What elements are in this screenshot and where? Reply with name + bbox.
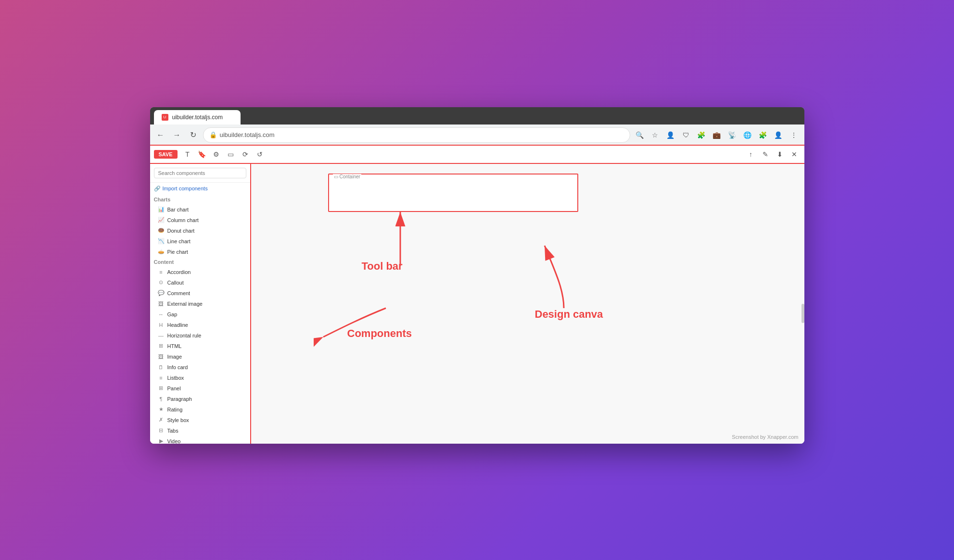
sidebar-item-panel[interactable]: ⊞ Panel: [150, 383, 250, 394]
close-icon[interactable]: ✕: [788, 148, 801, 161]
toolbar-annotation: Tool bar: [362, 260, 403, 273]
extension-icon[interactable]: 🧩: [695, 128, 708, 142]
container-label: ▭ Container: [333, 174, 361, 179]
app-main: 🔗 Import components Charts 📊 Bar chart 📈…: [150, 164, 804, 444]
sidebar-item-label: Style box: [167, 417, 189, 423]
refresh-icon[interactable]: ↺: [254, 148, 266, 161]
settings-icon[interactable]: ⚙: [210, 148, 223, 161]
sidebar-item-label: Pie chart: [167, 249, 188, 255]
sidebar-item-label: Horizontal rule: [167, 333, 202, 338]
forward-button[interactable]: →: [170, 128, 184, 142]
style-box-icon: ✗: [158, 417, 165, 423]
profile-icon[interactable]: 👤: [664, 128, 677, 142]
download-icon[interactable]: ⬇: [774, 148, 786, 161]
reload-button[interactable]: ↻: [187, 128, 200, 142]
sidebar-item-comment[interactable]: 💬 Comment: [150, 288, 250, 299]
browser-tab[interactable]: U uibuilder.totaljs.com: [154, 110, 241, 124]
sidebar-item-label: Image: [167, 354, 182, 360]
toolbar-right: ↑ ✎ ⬇ ✕: [745, 148, 801, 161]
puzzle-icon[interactable]: 🧩: [756, 128, 770, 142]
sidebar-item-donut-chart[interactable]: 🍩 Donut chart: [150, 225, 250, 236]
html-icon: ⊞: [158, 343, 165, 349]
charts-section-label: Charts: [150, 195, 250, 204]
save-button[interactable]: SAVE: [154, 150, 178, 159]
sidebar-item-line-chart[interactable]: 📉 Line chart: [150, 236, 250, 247]
column-chart-icon: 📈: [158, 217, 165, 224]
shield-icon[interactable]: 🛡: [679, 128, 693, 142]
tabs-icon: ⊟: [158, 427, 165, 434]
sidebar-item-listbox[interactable]: ≡ Listbox: [150, 373, 250, 383]
sidebar-item-accordion[interactable]: ≡ Accordion: [150, 267, 250, 277]
sidebar-item-label: Line chart: [167, 238, 191, 244]
sidebar-item-headline[interactable]: H Headline: [150, 320, 250, 330]
edit-icon[interactable]: ✎: [759, 148, 772, 161]
sidebar-item-info-card[interactable]: 🗒 Info card: [150, 362, 250, 373]
sidebar-item-label: Comment: [167, 290, 191, 296]
design-canvas-arrow: [525, 231, 602, 327]
panel-icon: ⊞: [158, 385, 165, 392]
share-icon[interactable]: ↑: [745, 148, 757, 161]
listbox-icon: ≡: [158, 374, 165, 381]
sidebar-search: [150, 164, 250, 183]
sidebar-item-paragraph[interactable]: ¶ Paragraph: [150, 394, 250, 404]
sidebar-item-gap[interactable]: ↔ Gap: [150, 309, 250, 320]
sidebar-item-horizontal-rule[interactable]: — Horizontal rule: [150, 330, 250, 341]
sidebar-item-image[interactable]: 🖼 Image: [150, 351, 250, 362]
sidebar-item-label: External image: [167, 301, 203, 307]
sidebar-item-label: Headline: [167, 322, 188, 328]
bar-chart-icon: 📊: [158, 206, 165, 213]
line-chart-icon: 📉: [158, 238, 165, 245]
search-icon[interactable]: 🔍: [633, 128, 647, 142]
account-icon[interactable]: 👤: [772, 128, 785, 142]
external-image-icon: 🖼: [158, 300, 165, 307]
sidebar-item-callout[interactable]: ⊙ Callout: [150, 277, 250, 288]
bookmark-toolbar-icon[interactable]: 🔖: [196, 148, 208, 161]
sidebar-item-label: HTML: [167, 343, 182, 349]
design-canvas[interactable]: ▭ Container Tool bar: [251, 164, 804, 444]
cast-icon[interactable]: 📡: [725, 128, 739, 142]
canvas-container[interactable]: ▭ Container: [328, 174, 578, 212]
sidebar-item-html[interactable]: ⊞ HTML: [150, 341, 250, 351]
menu-icon[interactable]: ⋮: [787, 128, 801, 142]
browser-chrome: U uibuilder.totaljs.com ← → ↻ 🔒 uibuilde…: [150, 107, 804, 146]
donut-chart-icon: 🍩: [158, 227, 165, 234]
search-input[interactable]: [154, 168, 246, 178]
sidebar-item-rating[interactable]: ★ Rating: [150, 404, 250, 415]
video-icon: ▶: [158, 438, 165, 444]
import-components-link[interactable]: 🔗 Import components: [150, 183, 250, 195]
layout-icon[interactable]: ▭: [225, 148, 237, 161]
sidebar-item-video[interactable]: ▶ Video: [150, 436, 250, 444]
sidebar-item-label: Bar chart: [167, 207, 189, 212]
gap-icon: ↔: [158, 311, 165, 318]
tab-favicon: U: [162, 114, 168, 121]
sidebar-item-label: Rating: [167, 407, 183, 412]
rating-icon: ★: [158, 406, 165, 413]
sidebar-item-bar-chart[interactable]: 📊 Bar chart: [150, 204, 250, 215]
scrollbar[interactable]: [801, 304, 804, 323]
container-icon: ▭: [334, 174, 338, 179]
flow-icon[interactable]: ⟳: [239, 148, 252, 161]
address-bar[interactable]: 🔒 uibuilder.totaljs.com: [203, 127, 630, 143]
sidebar-item-external-image[interactable]: 🖼 External image: [150, 299, 250, 309]
sidebar-item-style-box[interactable]: ✗ Style box: [150, 415, 250, 425]
sidebar-item-pie-chart[interactable]: 🥧 Pie chart: [150, 247, 250, 257]
back-button[interactable]: ←: [154, 128, 167, 142]
app-toolbar: SAVE T 🔖 ⚙ ▭ ⟳ ↺ ↑ ✎ ⬇ ✕: [150, 146, 804, 164]
sidebar-item-label: Accordion: [167, 269, 191, 275]
sidebar-item-tabs[interactable]: ⊟ Tabs: [150, 425, 250, 436]
translate-icon[interactable]: 🌐: [741, 128, 754, 142]
components-label: Components: [347, 327, 412, 339]
lock-icon: 🔒: [209, 131, 217, 138]
paragraph-icon: ¶: [158, 396, 165, 402]
sidebar-item-column-chart[interactable]: 📈 Column chart: [150, 215, 250, 225]
design-canvas-annotation: Design canva: [535, 308, 603, 321]
sidebar-item-label: Video: [167, 438, 181, 444]
accordion-icon: ≡: [158, 269, 165, 275]
image-icon: 🖼: [158, 353, 165, 360]
pie-chart-icon: 🥧: [158, 249, 165, 255]
text-icon[interactable]: T: [181, 148, 194, 161]
sidebar-item-label: Tabs: [167, 428, 178, 434]
sidebar: 🔗 Import components Charts 📊 Bar chart 📈…: [150, 164, 251, 444]
wallet-icon[interactable]: 💼: [710, 128, 724, 142]
bookmark-icon[interactable]: ☆: [649, 128, 662, 142]
